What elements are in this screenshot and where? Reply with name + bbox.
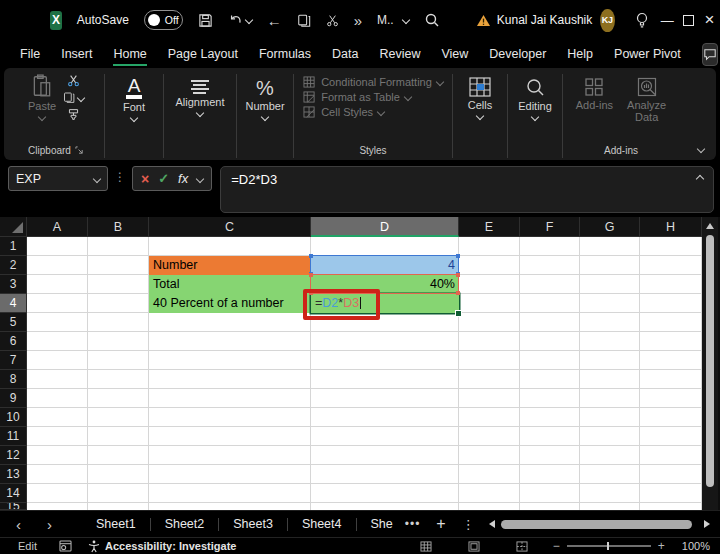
undo-chevron-icon[interactable] [244, 16, 252, 24]
column-header-h[interactable]: H [640, 217, 702, 237]
accessibility-status[interactable]: Accessibility: Investigate [88, 540, 236, 553]
scroll-right-icon[interactable] [704, 520, 710, 528]
cell-d2[interactable]: 4 [311, 256, 459, 275]
row-header-5[interactable]: 5 [0, 313, 27, 332]
format-as-table-button[interactable]: Format as Table [303, 91, 411, 103]
editing-button[interactable]: Editing [518, 78, 552, 120]
row-header-12[interactable]: 12 [0, 446, 27, 465]
toolbar-overflow-icon[interactable]: » [354, 12, 362, 29]
page-layout-view-button[interactable] [468, 541, 480, 552]
user-avatar[interactable]: KJ [600, 9, 614, 32]
search-icon[interactable] [424, 12, 440, 28]
row-header-2[interactable]: 2 [0, 256, 27, 275]
row-header-14[interactable]: 14 [0, 484, 27, 503]
undo-button[interactable] [228, 13, 252, 27]
column-header-a[interactable]: A [27, 217, 88, 237]
cut-icon[interactable] [326, 13, 339, 28]
zoom-out-button[interactable]: − [553, 539, 560, 553]
column-header-c[interactable]: C [149, 217, 311, 237]
zoom-level[interactable]: 100% [682, 540, 710, 552]
copy-ribbon-icon[interactable] [63, 91, 84, 104]
tab-page-layout[interactable]: Page Layout [168, 47, 238, 61]
formula-bar-drag-handle[interactable]: ⋮ [114, 170, 126, 184]
column-header-f[interactable]: F [520, 217, 580, 237]
cell-styles-button[interactable]: Cell Styles [303, 106, 384, 118]
tab-insert[interactable]: Insert [61, 47, 92, 61]
zoom-slider-thumb[interactable] [607, 542, 609, 550]
excel-logo-icon[interactable]: X [50, 11, 62, 30]
cell-c4[interactable]: 40 Percent of a number [149, 294, 311, 313]
horizontal-scrollbar-thumb[interactable] [501, 520, 692, 529]
tab-file[interactable]: File [20, 47, 40, 61]
row-header-1[interactable]: 1 [0, 237, 27, 256]
row-header-15[interactable]: 15 [0, 503, 27, 510]
row-header-11[interactable]: 11 [0, 427, 27, 446]
number-button[interactable]: % Number [245, 78, 284, 120]
cell-c3[interactable]: Total [149, 275, 311, 294]
sheet-tab-sheet3[interactable]: Sheet3 [219, 517, 287, 531]
cancel-entry-icon[interactable]: × [141, 171, 149, 187]
zoom-in-button[interactable]: + [658, 539, 665, 553]
sheet-tab-sheet5-truncated[interactable]: She [357, 517, 397, 531]
sheet-tab-sheet4[interactable]: Sheet4 [288, 517, 356, 531]
macro-record-icon[interactable] [59, 540, 72, 552]
sheet-nav-left-icon[interactable]: ‹ [16, 516, 21, 533]
copy-icon[interactable] [297, 13, 311, 28]
tab-power-pivot[interactable]: Power Pivot [614, 47, 681, 61]
column-header-e[interactable]: E [459, 217, 520, 237]
name-box[interactable]: EXP [8, 166, 108, 191]
tab-home[interactable]: Home [113, 47, 146, 61]
new-sheet-button[interactable]: + [436, 515, 445, 533]
scroll-left-icon[interactable] [489, 520, 495, 528]
page-break-view-button[interactable] [516, 541, 528, 552]
scroll-up-icon[interactable] [706, 223, 714, 229]
redo-back-icon[interactable]: ← [267, 12, 282, 29]
paste-button[interactable]: Paste [28, 74, 56, 120]
addins-button[interactable]: Add-ins [576, 77, 613, 111]
format-painter-icon[interactable] [67, 108, 80, 121]
formula-input[interactable]: =D2*D3 [220, 166, 714, 213]
tab-view[interactable]: View [441, 47, 468, 61]
more-sheets-icon[interactable]: ••• [405, 517, 421, 531]
horizontal-scrollbar[interactable] [501, 519, 698, 529]
user-name[interactable]: Kunal Jai Kaushik [497, 13, 592, 27]
cells-button[interactable]: Cells [468, 77, 492, 119]
column-header-b[interactable]: B [88, 217, 149, 237]
clipboard-dialog-launcher-icon[interactable] [75, 146, 84, 155]
maximize-button[interactable] [678, 0, 699, 40]
sheet-nav-right-icon[interactable]: › [47, 516, 52, 533]
row-header-4[interactable]: 4 [0, 294, 27, 313]
row-header-3[interactable]: 3 [0, 275, 27, 294]
confirm-entry-icon[interactable]: ✓ [158, 171, 169, 186]
formula-bar-collapse-chevron-icon[interactable] [696, 175, 704, 183]
row-header-13[interactable]: 13 [0, 465, 27, 484]
autosave-toggle[interactable]: Off [144, 10, 183, 30]
minimize-button[interactable]: — [657, 0, 678, 40]
column-header-d[interactable]: D [311, 217, 459, 237]
comments-button[interactable] [702, 43, 718, 66]
row-header-9[interactable]: 9 [0, 389, 27, 408]
row-header-10[interactable]: 10 [0, 408, 27, 427]
tab-data[interactable]: Data [332, 47, 358, 61]
zoom-slider[interactable] [567, 545, 651, 547]
close-button[interactable]: × [699, 0, 720, 40]
tab-developer[interactable]: Developer [489, 47, 546, 61]
cell-c2[interactable]: Number [149, 256, 311, 275]
insert-function-icon[interactable]: fx [178, 171, 188, 186]
row-header-7[interactable]: 7 [0, 351, 27, 370]
analyze-data-button[interactable]: Analyze Data [627, 77, 666, 123]
vertical-scrollbar-thumb[interactable] [706, 235, 714, 487]
lightbulb-icon[interactable] [635, 12, 649, 29]
collapse-ribbon-chevron-icon[interactable] [697, 145, 705, 153]
vertical-scrollbar[interactable] [702, 217, 718, 510]
font-button[interactable]: A Font [123, 77, 145, 121]
sheet-tab-sheet2[interactable]: Sheet2 [151, 517, 219, 531]
sheet-options-icon[interactable]: ⋮ [462, 517, 475, 532]
tab-help[interactable]: Help [567, 47, 593, 61]
fill-handle[interactable] [455, 310, 462, 317]
row-header-8[interactable]: 8 [0, 370, 27, 389]
tab-review[interactable]: Review [379, 47, 420, 61]
row-header-6[interactable]: 6 [0, 332, 27, 351]
conditional-formatting-button[interactable]: Conditional Formatting [303, 76, 443, 88]
alignment-button[interactable]: Alignment [176, 80, 225, 116]
